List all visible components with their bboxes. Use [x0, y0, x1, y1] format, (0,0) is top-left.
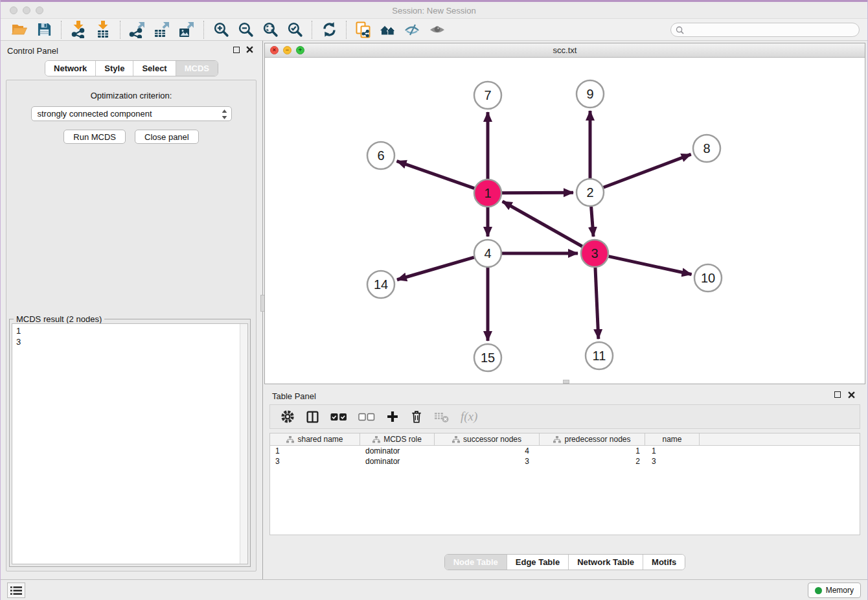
canvas-splitter-handle[interactable] [563, 380, 569, 384]
show-all-networks-button[interactable] [376, 20, 400, 40]
graph-node-4[interactable]: 4 [474, 240, 501, 267]
zoom-out-icon [238, 21, 254, 38]
close-panel-icon[interactable] [246, 46, 253, 53]
graph-node-3[interactable]: 3 [581, 240, 608, 267]
tab-node-table[interactable]: Node Table [445, 555, 507, 570]
zoom-fit-icon [262, 21, 279, 38]
zoom-in-icon [213, 21, 229, 38]
search-field[interactable] [670, 23, 860, 37]
tab-select[interactable]: Select [133, 61, 176, 76]
open-file-button[interactable] [7, 20, 32, 40]
graph-edge-4-14[interactable] [397, 257, 474, 280]
graph-edge-3-1[interactable] [503, 202, 582, 246]
zoom-selected-button[interactable] [282, 20, 307, 40]
zoom-out-button[interactable] [233, 20, 258, 40]
column-header-predecessor-nodes[interactable]: predecessor nodes [540, 433, 645, 445]
float-panel-icon[interactable] [233, 47, 240, 53]
main-toolbar [1, 19, 867, 41]
column-label: predecessor nodes [564, 435, 630, 444]
graph-node-9[interactable]: 9 [577, 80, 604, 108]
network-window-title: scc.txt [265, 45, 865, 55]
search-icon [676, 26, 684, 34]
graph-node-7[interactable]: 7 [474, 82, 501, 109]
delete-table-button-disabled[interactable] [434, 410, 450, 423]
task-history-button[interactable] [7, 583, 25, 598]
svg-text:9: 9 [586, 87, 593, 101]
eye-icon [429, 22, 446, 38]
clone-network-button[interactable] [351, 20, 376, 40]
show-graphics-details-button[interactable] [425, 20, 450, 40]
graph-node-11[interactable]: 11 [586, 342, 613, 369]
graph-node-6[interactable]: 6 [367, 142, 394, 169]
column-header-MCDS-role[interactable]: MCDS role [360, 433, 435, 445]
column-header-successor-nodes[interactable]: successor nodes [435, 433, 540, 445]
graph-node-1[interactable]: 1 [474, 179, 501, 207]
table-toolbar: f(x) [269, 404, 860, 429]
table-cell: 3 [645, 456, 700, 467]
column-label: shared name [297, 435, 343, 444]
mcds-result-textarea[interactable]: 13 [12, 323, 248, 564]
export-table-button[interactable] [150, 20, 174, 40]
export-image-button[interactable] [174, 20, 199, 40]
zoom-in-button[interactable] [209, 20, 233, 40]
function-builder-button-disabled[interactable]: f(x) [461, 410, 477, 424]
save-session-button[interactable] [32, 20, 56, 40]
select-all-columns-button[interactable] [330, 413, 347, 421]
table-settings-button[interactable] [280, 410, 295, 424]
close-panel-button[interactable]: Close panel [135, 130, 199, 144]
table-float-icon[interactable] [834, 391, 841, 398]
table-close-icon[interactable] [848, 391, 855, 398]
os-titlebar: Session: New Session [1, 0, 867, 19]
graph-edge-3-10[interactable] [608, 257, 691, 275]
search-input[interactable] [687, 25, 859, 34]
table-cell: dominator [360, 446, 435, 456]
table-row[interactable]: 1dominator411 [270, 446, 860, 456]
graph-node-14[interactable]: 14 [367, 271, 394, 298]
import-table-button[interactable] [91, 20, 115, 40]
criterion-select[interactable]: strongly connected component [31, 106, 232, 121]
column-header-name[interactable]: name [645, 433, 700, 445]
zoom-fit-button[interactable] [258, 20, 282, 40]
unselect-all-columns-button[interactable] [358, 413, 375, 421]
run-mcds-button[interactable]: Run MCDS [63, 130, 126, 144]
svg-text:11: 11 [593, 349, 606, 363]
tab-mcds[interactable]: MCDS [176, 61, 218, 76]
create-column-button[interactable] [386, 410, 399, 423]
graph-node-15[interactable]: 15 [474, 344, 501, 371]
hide-graphics-details-button[interactable] [400, 20, 425, 40]
table-row[interactable]: 3dominator323 [270, 456, 860, 467]
memory-button[interactable]: Memory [808, 583, 861, 598]
delete-column-button[interactable] [410, 410, 423, 424]
graph-edge-2-8[interactable] [604, 154, 691, 187]
export-network-button[interactable] [125, 20, 150, 40]
network-canvas[interactable]: 7968124314101511 [265, 58, 865, 384]
table-cell: 1 [540, 446, 645, 456]
tab-network[interactable]: Network [45, 61, 96, 76]
svg-text:2: 2 [586, 185, 593, 200]
column-label: successor nodes [463, 435, 521, 444]
graph-node-10[interactable]: 10 [694, 264, 722, 292]
graph-edge-1-6[interactable] [397, 161, 475, 189]
table-cell: dominator [360, 456, 435, 467]
show-column-button[interactable] [306, 410, 319, 424]
plus-icon [386, 410, 399, 423]
apply-layout-button[interactable] [317, 20, 341, 40]
graph-edge-1-2[interactable] [502, 192, 573, 193]
table-panel-title: Table Panel [272, 391, 316, 401]
result-scrollbar[interactable] [240, 324, 247, 564]
tab-network-table[interactable]: Network Table [569, 555, 643, 570]
trash-icon [410, 410, 423, 424]
network-window-titlebar[interactable]: × − + scc.txt [265, 43, 865, 58]
tab-style[interactable]: Style [96, 61, 133, 76]
graph-edge-3-11[interactable] [595, 268, 599, 339]
svg-text:14: 14 [374, 277, 388, 292]
tab-motifs[interactable]: Motifs [643, 555, 685, 570]
svg-text:3: 3 [591, 246, 598, 260]
graph-node-2[interactable]: 2 [577, 179, 604, 206]
graph-node-8[interactable]: 8 [693, 135, 720, 162]
tab-edge-table[interactable]: Edge Table [507, 555, 569, 570]
column-header-shared-name[interactable]: shared name [270, 433, 360, 445]
import-network-button[interactable] [66, 20, 91, 40]
table-panel: Table Panel [264, 386, 865, 578]
graph-edge-2-3[interactable] [591, 207, 593, 237]
